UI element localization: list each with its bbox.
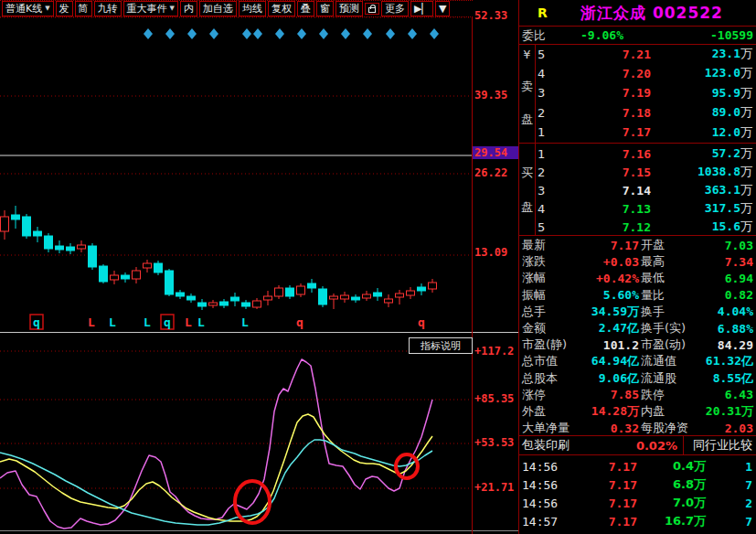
candle-body[interactable] [45,236,53,249]
candle-body[interactable] [396,294,404,297]
candle-body[interactable] [385,299,393,303]
candle-body[interactable] [242,303,250,306]
candle-body[interactable] [231,297,240,301]
candle-body[interactable] [308,283,316,288]
stat-value: 7.85 [611,388,639,401]
industry-compare-button[interactable]: 同行业比较 [693,437,752,454]
order-book-row[interactable]: 47.13317.5万 [535,199,756,218]
event-diamond-icon[interactable] [209,28,218,39]
order-book-row[interactable]: 57.1215.6万 [535,218,756,236]
order-book-row[interactable]: 17.1712.0万 [535,123,756,142]
event-diamond-icon[interactable] [341,28,350,39]
industry-change: 0.02% [636,439,677,453]
order-book-row[interactable]: 37.1995.9万 [535,84,756,102]
candle-body[interactable] [264,296,272,300]
candle-body[interactable] [407,291,415,295]
event-diamond-icon[interactable] [253,28,262,39]
stat-label: 换手 [641,304,665,320]
stock-title[interactable]: 浙江众成 002522 [556,3,748,24]
level: 3 [538,86,550,100]
candle-body[interactable] [374,293,382,296]
candle-body[interactable] [187,296,196,300]
kline-indicator-chart[interactable]: qLLLqLLLqq [0,0,473,534]
candle-body[interactable] [56,246,64,250]
event-diamond-icon[interactable] [187,28,197,39]
stat-value: 61.32亿 [706,353,753,369]
order-book-row[interactable]: 17.1657.2万 [535,144,756,163]
weibi-row: 委比 -9.06% -10599 [519,27,756,44]
industry-name[interactable]: 包装印刷 [522,437,570,454]
level: 2 [538,166,550,179]
event-diamond-icon[interactable] [242,28,251,39]
order-book-row[interactable]: 27.1889.0万 [535,103,756,122]
stat-value: 6.43 [725,388,753,401]
price: 7.16 [550,147,651,161]
event-diamond-icon[interactable] [408,28,417,39]
candle-body[interactable] [319,289,327,304]
candle-body[interactable] [352,297,360,300]
order-book-row[interactable]: 27.151038.8万 [535,163,756,181]
candle-body[interactable] [418,287,426,291]
order-book-row[interactable]: 47.20123.0万 [535,64,756,82]
industry-row[interactable]: 包装印刷 0.02% 同行业比较 [519,436,756,454]
candle-body[interactable] [12,215,20,219]
event-diamond-icon[interactable] [386,28,395,39]
candle-body[interactable] [286,288,294,296]
candle-body[interactable] [122,275,130,279]
event-diamond-icon[interactable] [275,28,284,39]
level: 5 [538,48,550,61]
candle-body[interactable] [144,263,152,268]
stat-value: 6.88% [718,322,753,336]
signal-marker: L [241,315,249,329]
candle-body[interactable] [111,275,119,280]
event-diamond-icon[interactable] [144,28,153,39]
candle-body[interactable] [253,301,261,307]
event-diamond-icon[interactable] [297,28,306,39]
candle-body[interactable] [154,263,163,272]
candle-body[interactable] [165,271,174,294]
order-book-row[interactable]: 37.14363.1万 [535,181,756,199]
event-diamond-icon[interactable] [319,28,328,39]
candle-body[interactable] [198,303,207,306]
trade-price: 7.17 [609,497,637,510]
candle-body[interactable] [78,245,86,249]
price-axis-label: 13.09 [474,246,507,259]
stat-label: 量比 [641,287,665,304]
quote-panel: R 浙江众成 002522 委比 -9.06% -10599 ¥ 卖 盘 买 盘… [519,0,756,534]
order-book-row[interactable]: 57.2123.1万 [535,45,756,63]
candle-body[interactable] [429,283,437,289]
signal-marker: q [418,315,425,329]
stat-value: +0.03 [603,255,639,269]
stat-row: 涨停7.85跌停6.43 [519,387,756,403]
candle-body[interactable] [275,288,283,296]
price-axis: 52.3339.3529.5426.2213.09+117.2+85.35+53… [473,0,519,534]
trade-volume: 0.4万 [673,458,706,475]
level: 4 [538,202,550,216]
candle-body[interactable] [89,246,97,267]
candle-body[interactable] [133,271,141,279]
candle-body[interactable] [100,266,108,282]
trading-terminal: 普通K线▼发简九转重大事件▼内加自选均线复权叠窗预测更多▶▏▼ qLLLqLLL… [0,0,756,534]
candle-body[interactable] [363,294,371,298]
candle-body[interactable] [34,231,42,236]
candle-body[interactable] [330,296,338,299]
candle-body[interactable] [341,295,349,299]
candle-body[interactable] [209,303,218,305]
indicator-help-button[interactable]: 指标说明 [409,337,473,354]
level: 2 [538,106,550,120]
candle-body[interactable] [1,217,9,231]
candle-body[interactable] [297,286,305,294]
rights-flag: R [538,5,548,20]
candle-body[interactable] [176,293,185,296]
candle-body[interactable] [67,247,75,251]
stat-value: 2.03 [725,422,753,435]
candle-body[interactable] [23,217,31,236]
signal-marker: L [109,315,116,329]
stat-value: 9.06亿 [599,370,639,387]
buy-label-1: 买 [519,165,535,181]
event-diamond-icon[interactable] [165,28,175,39]
stat-value: 64.94亿 [591,353,639,369]
event-diamond-icon[interactable] [430,28,439,39]
event-diamond-icon[interactable] [363,28,372,39]
candle-body[interactable] [220,302,229,305]
